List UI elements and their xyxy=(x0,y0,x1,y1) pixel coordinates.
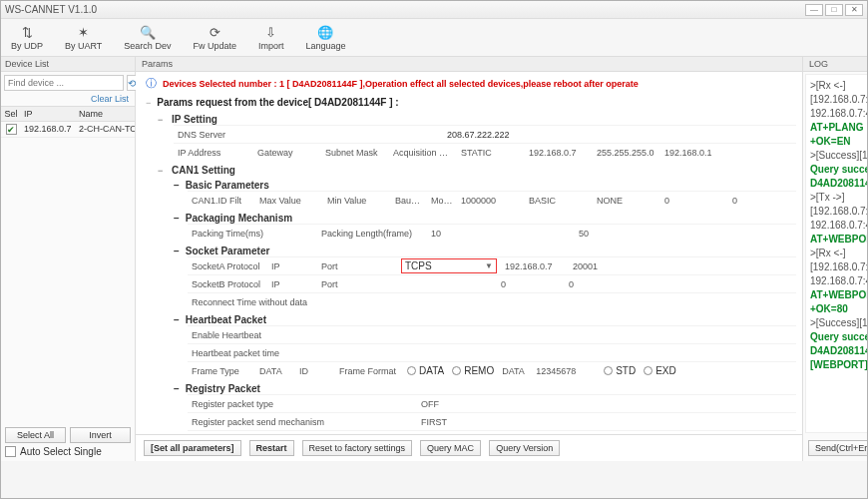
label: Enable Heartbeat xyxy=(188,330,297,340)
log-output: >[Rx <-][192.168.0.7:48899 <- 192.168.0.… xyxy=(805,74,868,433)
restart-button[interactable]: Restart xyxy=(249,440,294,456)
device-ip: 192.168.0.7 xyxy=(21,122,76,137)
protocol-dropdown[interactable]: TCPS▼ xyxy=(401,258,497,273)
log-line: >[Rx <-][192.168.0.7:48899 <- 192.168.0.… xyxy=(810,247,868,288)
subsection-title: Basic Parameters xyxy=(186,180,269,191)
log-line: >[Success][16:15:07:049] xyxy=(810,149,868,163)
clear-list-link[interactable]: Clear List xyxy=(1,94,135,106)
label: Subnet Mask xyxy=(321,148,389,158)
label: IP xyxy=(267,261,317,271)
value: 192.168.0.1 xyxy=(660,148,728,158)
log-line: Query success-D4AD2081144F-[PLANG] xyxy=(810,163,868,191)
radio-remo[interactable]: REMO xyxy=(448,365,498,376)
collapse-icon[interactable]: − xyxy=(174,213,180,224)
label: Port xyxy=(317,279,397,289)
label: IP xyxy=(267,279,317,289)
toolbar-language[interactable]: 🌐Language xyxy=(301,22,349,53)
col-ip: IP xyxy=(21,107,76,121)
col-name: Name xyxy=(76,107,135,121)
toolbar-search-dev[interactable]: 🔍Search Dev xyxy=(120,22,175,53)
find-device-input[interactable] xyxy=(4,75,124,91)
label: DNS Server xyxy=(174,130,253,140)
query-mac-button[interactable]: Query MAC xyxy=(420,440,481,456)
collapse-icon[interactable]: − xyxy=(158,115,166,125)
toolbar-icon: ✶ xyxy=(76,24,92,40)
log-line: AT+PLANG xyxy=(810,121,868,135)
log-line: +OK=80 xyxy=(810,302,868,316)
log-line: AT+WEBPORT xyxy=(810,233,868,247)
log-header: LOG xyxy=(803,57,868,72)
toolbar-by-uart[interactable]: ✶By UART xyxy=(61,22,106,53)
log-line: >[Success][16:15:07:069] xyxy=(810,316,868,330)
toolbar-label: By UDP xyxy=(11,41,43,51)
maximize-button[interactable]: □ xyxy=(825,4,843,16)
label: Acquisition Mode xyxy=(389,148,457,158)
value: 208.67.222.222 xyxy=(443,130,523,140)
value: 50 xyxy=(575,229,643,239)
toolbar-label: Language xyxy=(305,41,345,51)
label: Min Value xyxy=(323,196,391,206)
close-button[interactable]: ✕ xyxy=(845,4,863,16)
toolbar-label: Search Dev xyxy=(124,41,171,51)
subsection-title: Packaging Mechanism xyxy=(186,213,292,224)
collapse-icon[interactable]: − xyxy=(146,98,151,108)
label: Reconnect Time without data xyxy=(188,297,367,307)
label: DATA xyxy=(255,366,295,376)
checkbox-icon[interactable]: ✔ xyxy=(6,124,17,135)
checkbox-icon[interactable] xyxy=(5,446,16,457)
device-row[interactable]: ✔ 192.168.0.7 2-CH-CAN-TO-ET xyxy=(1,122,135,138)
toolbar-icon: 🔍 xyxy=(140,24,156,40)
label: CAN1.ID Filt xyxy=(188,196,255,206)
label: SocketB Protocol xyxy=(188,279,267,289)
value: FIRST xyxy=(417,417,485,427)
label: Frame Format xyxy=(335,366,403,376)
set-all-button[interactable]: [Set all parameters] xyxy=(144,440,241,456)
label: Frame Type xyxy=(188,366,255,376)
window-title: WS-CANNET V1.1.0 xyxy=(5,4,803,15)
value: 0 xyxy=(565,279,633,289)
label: Register packet send mechanism xyxy=(188,417,337,427)
toolbar-label: By UART xyxy=(65,41,102,51)
value: OFF xyxy=(417,399,485,409)
collapse-icon[interactable]: − xyxy=(174,314,180,325)
toolbar-icon: ⇩ xyxy=(263,24,279,40)
radio-exd[interactable]: EXD xyxy=(640,365,680,376)
collapse-icon[interactable]: − xyxy=(158,166,166,176)
radio-std[interactable]: STD xyxy=(600,365,640,376)
select-all-button[interactable]: Select All xyxy=(5,427,66,443)
collapse-icon[interactable]: − xyxy=(174,246,180,256)
reset-button[interactable]: Reset to factory settings xyxy=(302,440,413,456)
value: 1000000 xyxy=(457,196,525,206)
value: 10 xyxy=(427,229,495,239)
section-title: CAN1 Setting xyxy=(172,165,235,176)
label: Packing Time(ms) xyxy=(188,229,267,239)
label: Gateway xyxy=(253,148,321,158)
toolbar-by-udp[interactable]: ⇅By UDP xyxy=(7,22,47,53)
device-name: 2-CH-CAN-TO-ET xyxy=(76,122,135,137)
toolbar-import[interactable]: ⇩Import xyxy=(254,22,288,53)
value: 0 xyxy=(497,279,565,289)
label: Packing Length(frame) xyxy=(317,229,427,239)
log-line: AT+WEBPORT xyxy=(810,288,868,302)
value: 0 xyxy=(660,196,728,206)
value: 192.168.0.7 xyxy=(501,261,569,271)
toolbar-fw-update[interactable]: ⟳Fw Update xyxy=(189,22,240,53)
auto-select-label: Auto Select Single xyxy=(20,446,102,457)
collapse-icon[interactable]: − xyxy=(174,383,180,394)
collapse-icon[interactable]: − xyxy=(174,180,180,191)
label: SocketA Protocol xyxy=(188,261,267,271)
toolbar-icon: ⇅ xyxy=(19,24,35,40)
send-button[interactable]: Send(Ctrl+Enter) xyxy=(808,440,868,456)
col-sel: Sel xyxy=(1,107,21,121)
params-header: Params xyxy=(136,57,802,72)
radio-data[interactable]: DATA xyxy=(403,365,448,376)
invert-button[interactable]: Invert xyxy=(70,427,131,443)
value: BASIC xyxy=(525,196,593,206)
log-line: >[Rx <-][192.168.0.7:48899 <- 192.168.0.… xyxy=(810,79,868,121)
label: Mode xyxy=(427,196,457,206)
minimize-button[interactable]: — xyxy=(805,4,823,16)
toolbar-icon: ⟳ xyxy=(207,24,222,40)
log-line: Query success-D4AD2081144F-[WEBPORT] xyxy=(810,330,868,372)
request-title: Params request from the device[ D4AD2081… xyxy=(157,97,398,108)
query-version-button[interactable]: Query Version xyxy=(489,440,560,456)
